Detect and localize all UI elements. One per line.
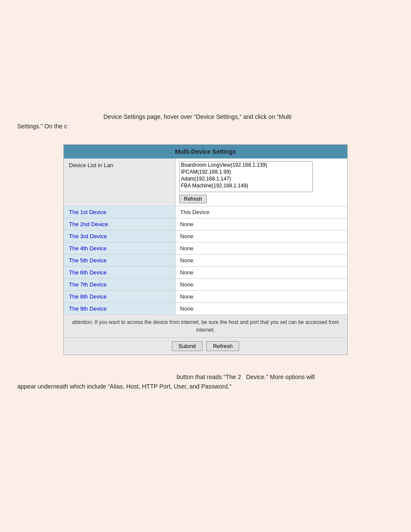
device-label-3[interactable]: The 3rd Device	[64, 230, 176, 242]
device-label-9[interactable]: The 9th Device	[64, 303, 176, 314]
device-value-9: None	[176, 303, 347, 314]
device-rows-container: The 1st DeviceThis DeviceThe 2nd DeviceN…	[64, 206, 347, 315]
device-value-8: None	[176, 291, 347, 302]
bottom-buttons-row: Submit Refresh	[64, 338, 347, 355]
device-label-7[interactable]: The 7th Device	[64, 279, 176, 290]
device-row: The 1st DeviceThis Device	[64, 206, 347, 218]
device-row: The 9th DeviceNone	[64, 303, 347, 315]
device-label-8[interactable]: The 8th Device	[64, 291, 176, 302]
outro-text: button that reads “The 2 Device.” More o…	[17, 372, 394, 392]
device-list-select[interactable]: Boardroom LongView(192.168.1.139)IPCAM(1…	[179, 161, 313, 192]
submit-button[interactable]: Submit	[172, 341, 202, 351]
table-header: Multi-Device Settings	[64, 145, 347, 159]
intro-line1: Device Settings page, hover over “Device…	[17, 112, 394, 121]
device-row: The 4th DeviceNone	[64, 243, 347, 255]
device-label-2[interactable]: The 2nd Device	[64, 218, 176, 230]
refresh-small-button[interactable]: Refresh	[179, 195, 207, 203]
device-row: The 3rd DeviceNone	[64, 230, 347, 243]
device-value-1: This Device	[176, 206, 347, 218]
device-row: The 8th DeviceNone	[64, 291, 347, 303]
device-label-6[interactable]: The 6th Device	[64, 267, 176, 278]
multi-device-table: Multi-Device Settings Device List in Lan…	[63, 144, 348, 355]
attention-row: attention: If you want to access the dev…	[64, 315, 347, 338]
intro-text: Device Settings page, hover over “Device…	[17, 112, 394, 131]
device-value-5: None	[176, 255, 347, 266]
intro-line2: Settings.” On the c	[17, 121, 394, 131]
device-row: The 5th DeviceNone	[64, 255, 347, 267]
device-label-1[interactable]: The 1st Device	[64, 206, 176, 218]
refresh-button[interactable]: Refresh	[206, 341, 239, 351]
device-value-7: None	[176, 279, 347, 290]
device-list-content: Boardroom LongView(192.168.1.139)IPCAM(1…	[176, 159, 347, 206]
device-label-4[interactable]: The 4th Device	[64, 243, 176, 254]
device-value-6: None	[176, 267, 347, 278]
device-list-row: Device List in Lan Boardroom LongView(19…	[64, 159, 347, 206]
device-row: The 7th DeviceNone	[64, 279, 347, 291]
device-list-label: Device List in Lan	[64, 159, 176, 206]
device-value-4: None	[176, 243, 347, 254]
outro-line2: appear underneath which include “Alias, …	[17, 382, 394, 391]
page-wrapper: Device Settings page, hover over “Device…	[0, 9, 411, 532]
device-row: The 6th DeviceNone	[64, 267, 347, 279]
outro-line1: button that reads “The 2 Device.” More o…	[17, 372, 394, 382]
device-value-3: None	[176, 230, 347, 242]
device-value-2: None	[176, 218, 347, 230]
device-label-5[interactable]: The 5th Device	[64, 255, 176, 266]
device-row: The 2nd DeviceNone	[64, 218, 347, 230]
